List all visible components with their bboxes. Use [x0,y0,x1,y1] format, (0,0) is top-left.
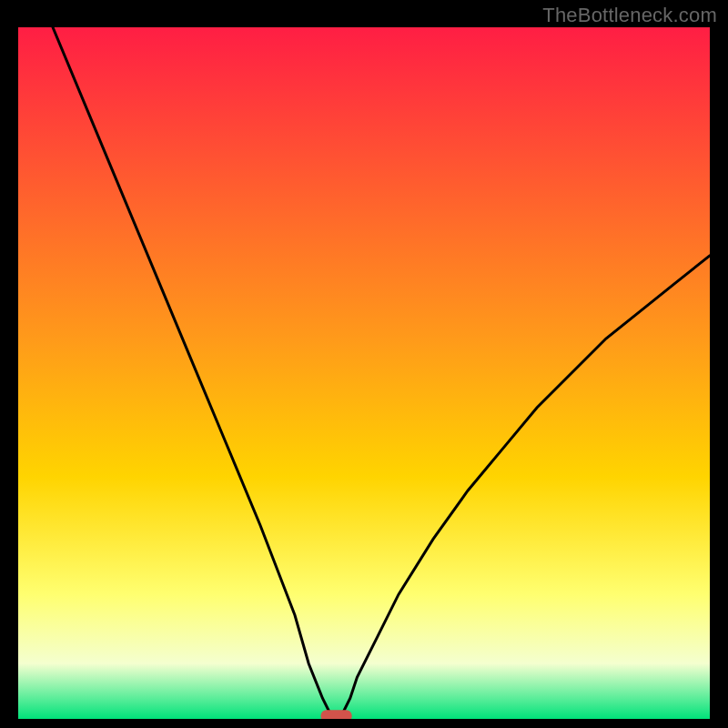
gradient-background [18,27,710,719]
watermark-text: TheBottleneck.com [542,4,717,27]
bottleneck-curve-svg [18,27,710,719]
optimum-marker [321,710,352,719]
plot-area [18,27,710,719]
chart-frame: TheBottleneck.com [0,0,728,728]
